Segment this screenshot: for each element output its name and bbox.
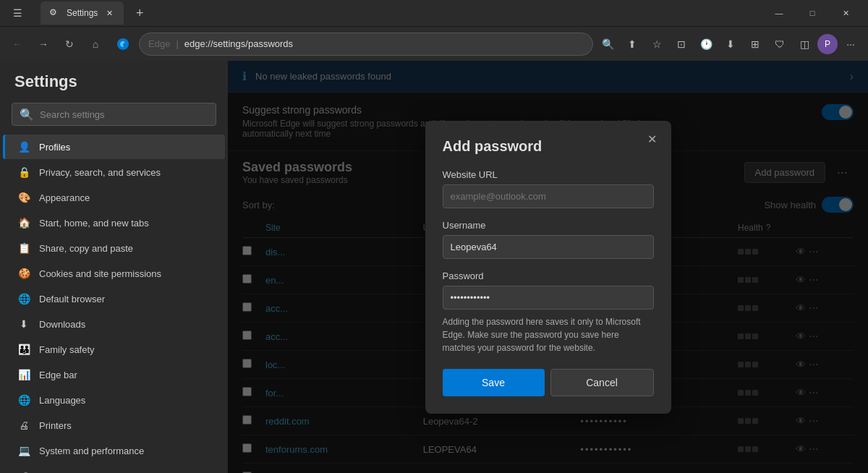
favorites-icon[interactable]: ☆: [645, 33, 668, 56]
modal-title: Add password: [443, 138, 654, 155]
window-controls-left: ☰: [6, 1, 29, 25]
share-icon[interactable]: ⬆: [621, 33, 644, 56]
website-url-label: Website URL: [443, 169, 654, 180]
share-copy-nav-label: Share, copy and paste: [39, 243, 133, 254]
default-browser-nav-label: Default browser: [39, 294, 105, 304]
edge-label: Edge: [148, 38, 170, 49]
cookies-nav-label: Cookies and site permissions: [39, 268, 161, 279]
forward-button[interactable]: →: [32, 33, 55, 56]
appearance-nav-icon: 🎨: [17, 191, 30, 204]
username-input[interactable]: [443, 235, 654, 259]
modal-buttons: Save Cancel: [443, 369, 654, 396]
add-password-modal: ✕ Add password Website URL Username Pass…: [425, 121, 671, 414]
sidebar-item-downloads[interactable]: ⬇ Downloads: [3, 312, 225, 336]
downloads-nav-icon: ⬇: [17, 318, 30, 331]
username-label: Username: [443, 220, 654, 231]
edge-bar-nav-icon: 📊: [17, 368, 30, 381]
default-browser-nav-icon: 🌐: [17, 292, 30, 305]
sidebar-item-printers[interactable]: 🖨 Printers: [3, 413, 225, 438]
privacy-nav-icon: 🔒: [17, 166, 30, 179]
password-field-group: Password Adding the password here saves …: [443, 270, 654, 354]
share-copy-nav-icon: 📋: [17, 242, 30, 255]
search-settings-input[interactable]: [40, 109, 208, 120]
main-layout: Settings 🔍 👤 Profiles 🔒 Privacy, search,…: [0, 61, 868, 473]
search-icon: 🔍: [20, 108, 34, 122]
settings-tab-label: Settings: [67, 8, 98, 18]
extensions-icon[interactable]: ⊞: [744, 33, 767, 56]
sidebar-item-cookies[interactable]: 🍪 Cookies and site permissions: [3, 261, 225, 286]
password-note: Adding the password here saves it only t…: [443, 315, 654, 354]
home-button[interactable]: ⌂: [84, 33, 107, 56]
addressbar: ← → ↻ ⌂ Edge | edge://settings/passwords…: [0, 26, 868, 61]
languages-nav-label: Languages: [39, 395, 85, 406]
window-controls: — □ ✕: [762, 1, 862, 25]
modal-overlay: ✕ Add password Website URL Username Pass…: [228, 61, 868, 473]
sidebar-toggle-icon[interactable]: ☰: [6, 1, 29, 25]
downloads-nav-label: Downloads: [39, 319, 85, 330]
address-url: edge://settings/passwords: [184, 38, 293, 49]
profiles-nav-label: Profiles: [39, 142, 70, 153]
sidebar-title: Settings: [0, 61, 228, 97]
reset-nav-icon: ↺: [17, 469, 30, 473]
search-settings-box[interactable]: 🔍: [12, 103, 216, 126]
new-tab-button[interactable]: +: [129, 3, 150, 23]
close-button[interactable]: ✕: [829, 1, 862, 25]
address-bar[interactable]: Edge | edge://settings/passwords: [139, 33, 593, 56]
more-button[interactable]: ···: [839, 33, 862, 56]
shield-icon[interactable]: 🛡: [768, 33, 791, 56]
profile-avatar[interactable]: P: [817, 34, 838, 54]
family-safety-nav-icon: 👪: [17, 343, 30, 356]
modal-close-button[interactable]: ✕: [642, 129, 663, 150]
sidebar-item-start-home[interactable]: 🏠 Start, home, and new tabs: [3, 210, 225, 235]
username-field-group: Username: [443, 220, 654, 259]
family-safety-nav-label: Family safety: [39, 344, 95, 355]
printers-nav-icon: 🖨: [17, 419, 30, 432]
edge-bar-nav-label: Edge bar: [39, 370, 77, 380]
sidebar-icon[interactable]: ◫: [793, 33, 816, 56]
tab-close-button[interactable]: ✕: [103, 7, 115, 19]
password-label: Password: [443, 270, 654, 281]
sidebar-item-languages[interactable]: 🌐 Languages: [3, 388, 225, 412]
edge-logo: [113, 34, 133, 54]
sidebar-item-privacy[interactable]: 🔒 Privacy, search, and services: [3, 160, 225, 184]
sidebar-item-edge-bar[interactable]: 📊 Edge bar: [3, 362, 225, 387]
modal-cancel-button[interactable]: Cancel: [550, 369, 654, 396]
printers-nav-label: Printers: [39, 420, 72, 431]
minimize-button[interactable]: —: [762, 1, 796, 25]
maximize-button[interactable]: □: [796, 1, 829, 25]
search-icon[interactable]: 🔍: [596, 33, 619, 56]
downloads-icon[interactable]: ⬇: [719, 33, 742, 56]
sidebar-item-reset[interactable]: ↺ Reset settings: [3, 464, 225, 473]
start-home-nav-icon: 🏠: [17, 216, 30, 229]
sidebar-item-default-browser[interactable]: 🌐 Default browser: [3, 286, 225, 311]
sidebar: Settings 🔍 👤 Profiles 🔒 Privacy, search,…: [0, 61, 228, 473]
split-screen-icon[interactable]: ⊡: [670, 33, 693, 56]
settings-tab-icon: ⚙: [49, 7, 61, 19]
profiles-nav-icon: 👤: [17, 140, 30, 153]
cookies-nav-icon: 🍪: [17, 267, 30, 280]
sidebar-item-family-safety[interactable]: 👪 Family safety: [3, 337, 225, 362]
address-separator: |: [176, 38, 178, 49]
refresh-button[interactable]: ↻: [58, 33, 81, 56]
website-url-input[interactable]: [443, 184, 654, 208]
modal-save-button[interactable]: Save: [443, 369, 545, 396]
start-home-nav-label: Start, home, and new tabs: [39, 218, 149, 229]
sidebar-item-profiles[interactable]: 👤 Profiles: [3, 135, 225, 159]
privacy-nav-label: Privacy, search, and services: [39, 167, 161, 178]
content-area: ℹ No new leaked passwords found › Sugges…: [228, 61, 868, 473]
appearance-nav-label: Appearance: [39, 192, 90, 203]
titlebar: ☰ ⚙ Settings ✕ + — □ ✕: [0, 0, 868, 26]
sidebar-nav: 👤 Profiles 🔒 Privacy, search, and servic…: [0, 135, 228, 473]
sidebar-item-appearance[interactable]: 🎨 Appearance: [3, 185, 225, 210]
system-nav-label: System and performance: [39, 446, 144, 456]
languages-nav-icon: 🌐: [17, 393, 30, 406]
settings-tab[interactable]: ⚙ Settings ✕: [41, 1, 124, 25]
system-nav-icon: 💻: [17, 444, 30, 457]
sidebar-item-system[interactable]: 💻 System and performance: [3, 438, 225, 463]
sidebar-item-share-copy[interactable]: 📋 Share, copy and paste: [3, 236, 225, 260]
toolbar-icons: 🔍 ⬆ ☆ ⊡ 🕐 ⬇ ⊞ 🛡 ◫ P ···: [596, 33, 862, 56]
history-icon[interactable]: 🕐: [694, 33, 718, 56]
back-button[interactable]: ←: [6, 33, 29, 56]
website-url-field-group: Website URL: [443, 169, 654, 208]
password-input[interactable]: [443, 286, 654, 310]
